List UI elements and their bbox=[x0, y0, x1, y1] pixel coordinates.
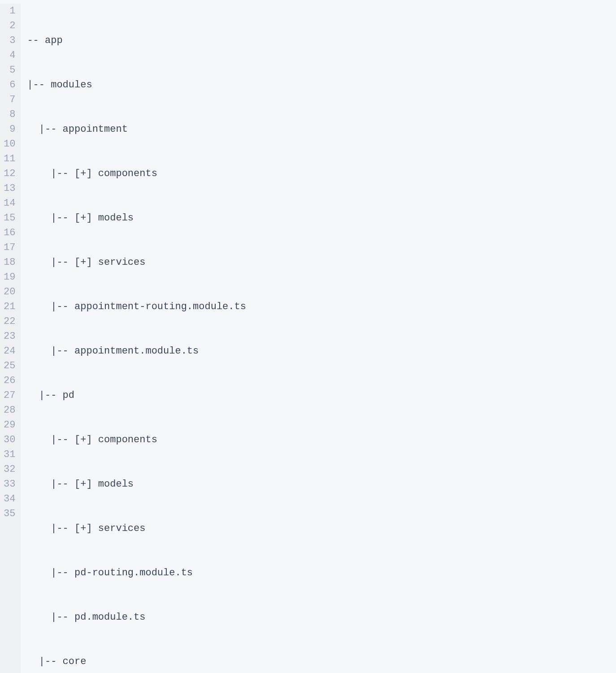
line-number: 1 bbox=[4, 4, 15, 18]
code-line: |-- pd-routing.module.ts bbox=[27, 565, 616, 580]
line-number: 15 bbox=[4, 211, 15, 225]
line-number: 17 bbox=[4, 240, 15, 255]
line-number: 28 bbox=[4, 403, 15, 418]
line-number: 29 bbox=[4, 418, 15, 432]
line-number: 31 bbox=[4, 447, 15, 462]
code-line: |-- [+] components bbox=[27, 166, 616, 181]
line-number: 34 bbox=[4, 492, 15, 506]
line-number: 7 bbox=[4, 92, 15, 107]
code-line: |-- [+] components bbox=[27, 432, 616, 447]
line-number: 33 bbox=[4, 477, 15, 492]
code-line: |-- [+] services bbox=[27, 521, 616, 536]
line-number: 27 bbox=[4, 388, 15, 403]
code-content: -- app |-- modules |-- appointment |-- [… bbox=[21, 4, 616, 673]
line-number: 30 bbox=[4, 432, 15, 447]
line-number: 3 bbox=[4, 33, 15, 48]
line-number: 8 bbox=[4, 107, 15, 122]
line-number: 32 bbox=[4, 462, 15, 477]
line-number: 16 bbox=[4, 225, 15, 240]
line-number: 18 bbox=[4, 255, 15, 270]
code-line: |-- pd bbox=[27, 388, 616, 403]
code-line: |-- modules bbox=[27, 78, 616, 92]
code-line: |-- [+] services bbox=[27, 255, 616, 270]
line-number: 6 bbox=[4, 78, 15, 92]
line-number: 11 bbox=[4, 151, 15, 166]
line-number-gutter: 1 2 3 4 5 6 7 8 9 10 11 12 13 14 15 16 1… bbox=[0, 4, 21, 673]
code-line: |-- core bbox=[27, 654, 616, 669]
line-number: 21 bbox=[4, 299, 15, 314]
code-line: |-- appointment-routing.module.ts bbox=[27, 299, 616, 314]
line-number: 5 bbox=[4, 63, 15, 78]
line-number: 12 bbox=[4, 166, 15, 181]
code-line: |-- appointment bbox=[27, 122, 616, 137]
line-number: 22 bbox=[4, 314, 15, 329]
code-line: |-- pd.module.ts bbox=[27, 610, 616, 625]
line-number: 35 bbox=[4, 506, 15, 521]
line-number: 14 bbox=[4, 196, 15, 211]
line-number: 24 bbox=[4, 344, 15, 358]
line-number: 9 bbox=[4, 122, 15, 137]
line-number: 10 bbox=[4, 137, 15, 151]
line-number: 2 bbox=[4, 18, 15, 33]
line-number: 19 bbox=[4, 270, 15, 285]
line-number: 23 bbox=[4, 329, 15, 344]
line-number: 25 bbox=[4, 358, 15, 373]
code-line: -- app bbox=[27, 33, 616, 48]
line-number: 13 bbox=[4, 181, 15, 196]
line-number: 26 bbox=[4, 373, 15, 388]
line-number: 4 bbox=[4, 48, 15, 63]
code-line: |-- [+] models bbox=[27, 211, 616, 225]
code-line: |-- [+] models bbox=[27, 477, 616, 492]
code-line: |-- appointment.module.ts bbox=[27, 344, 616, 358]
code-block: 1 2 3 4 5 6 7 8 9 10 11 12 13 14 15 16 1… bbox=[0, 0, 616, 673]
line-number: 20 bbox=[4, 285, 15, 299]
